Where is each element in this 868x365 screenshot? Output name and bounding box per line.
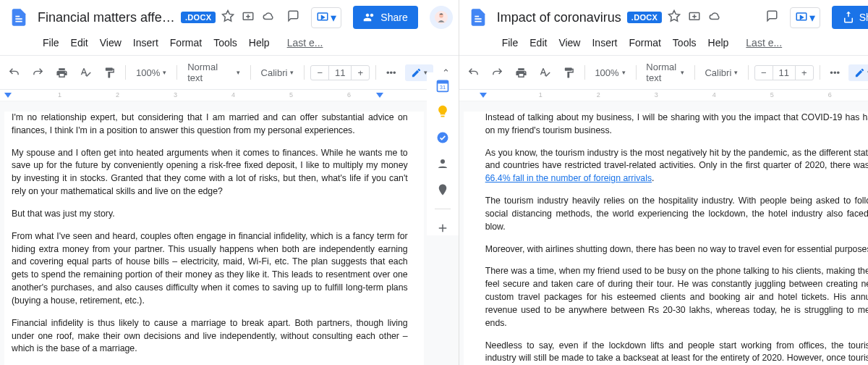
- last-edit-link[interactable]: Last e...: [741, 35, 787, 51]
- print-icon[interactable]: [52, 64, 72, 82]
- docx-badge: .DOCX: [627, 12, 662, 23]
- menu-edit[interactable]: Edit: [66, 35, 93, 51]
- menu-help[interactable]: Help: [244, 35, 275, 51]
- paragraph[interactable]: The tourism industry heavily relies on t…: [485, 195, 868, 233]
- more-icon[interactable]: •••: [825, 65, 844, 80]
- more-icon[interactable]: •••: [382, 65, 401, 80]
- font-size-inc[interactable]: +: [352, 66, 369, 80]
- paragraph[interactable]: There was a time, when my friend used to…: [485, 265, 868, 330]
- document-page[interactable]: I'm no relationship expert, but consider…: [4, 112, 424, 365]
- style-select[interactable]: Normal text▾: [642, 59, 688, 85]
- present-button[interactable]: ▾: [790, 7, 820, 28]
- move-icon[interactable]: [242, 9, 255, 25]
- keep-icon[interactable]: [435, 104, 450, 119]
- paint-format-icon[interactable]: [100, 64, 119, 82]
- svg-rect-5: [437, 80, 448, 83]
- toolbar: 100%▾ Normal text▾ Calibri▾ − 11 + ••• ▾…: [0, 55, 459, 90]
- paragraph[interactable]: Moreover, with airlines shutting down, t…: [485, 243, 868, 256]
- zoom-select[interactable]: 100%▾: [132, 65, 171, 80]
- editing-mode-button[interactable]: ▾: [848, 64, 868, 81]
- font-size-value[interactable]: 11: [329, 66, 352, 80]
- font-size-dec[interactable]: −: [755, 66, 773, 80]
- menu-tools[interactable]: Tools: [668, 35, 702, 51]
- paint-format-icon[interactable]: [559, 64, 579, 82]
- paragraph[interactable]: From what I've seen and heard, couples o…: [12, 230, 408, 308]
- menu-format[interactable]: Format: [165, 35, 207, 51]
- redo-icon[interactable]: [488, 64, 507, 82]
- menu-insert[interactable]: Insert: [587, 35, 622, 51]
- font-size: − 11 +: [310, 65, 370, 80]
- last-edit-link[interactable]: Last e...: [282, 35, 328, 51]
- menubar: File Edit View Insert Format Tools Help …: [0, 35, 459, 55]
- paragraph[interactable]: Financial infidelity is thus likely to c…: [12, 317, 408, 356]
- document-page[interactable]: Instead of talking about my business, I …: [464, 112, 868, 365]
- menu-insert[interactable]: Insert: [128, 35, 163, 51]
- font-select[interactable]: Calibri▾: [257, 65, 299, 80]
- maps-icon[interactable]: [435, 182, 450, 197]
- paragraph[interactable]: Instead of talking about my business, I …: [485, 112, 868, 138]
- side-panel: 31: [427, 72, 459, 235]
- calendar-icon[interactable]: 31: [435, 78, 450, 93]
- font-size-value[interactable]: 11: [773, 66, 796, 80]
- paragraph[interactable]: As you know, the tourism industry is the…: [485, 147, 868, 185]
- stats-link[interactable]: 66.4% fall in the number of foreign arri…: [485, 173, 652, 183]
- undo-icon[interactable]: [464, 64, 483, 82]
- zoom-select[interactable]: 100%▾: [590, 65, 629, 80]
- svg-point-8: [441, 159, 445, 164]
- undo-icon[interactable]: [4, 64, 24, 82]
- menu-view[interactable]: View: [553, 35, 585, 51]
- menu-file[interactable]: File: [38, 35, 64, 51]
- document-area[interactable]: I'm no relationship expert, but consider…: [0, 101, 459, 365]
- menubar: File Edit View Insert Format Tools Help …: [459, 35, 868, 55]
- comment-history-icon[interactable]: [286, 9, 299, 25]
- docs-logo[interactable]: [6, 4, 32, 30]
- spellcheck-icon[interactable]: [76, 64, 95, 82]
- paragraph[interactable]: I'm no relationship expert, but consider…: [12, 112, 408, 138]
- share-button[interactable]: Share: [353, 6, 417, 29]
- font-size-dec[interactable]: −: [311, 66, 329, 80]
- doc-title[interactable]: Financial matters affecti...: [38, 10, 175, 25]
- ruler[interactable]: 1 2 3 4 5 6: [0, 90, 459, 101]
- toolbar: 100%▾ Normal text▾ Calibri▾ − 11 + ••• ▾…: [459, 55, 868, 90]
- print-icon[interactable]: [511, 64, 531, 82]
- comment-history-icon[interactable]: [765, 9, 778, 25]
- svg-text:31: 31: [440, 84, 446, 91]
- share-button[interactable]: Share: [832, 6, 868, 29]
- paragraph[interactable]: But that was just my story.: [12, 208, 408, 221]
- menu-tools[interactable]: Tools: [208, 35, 242, 51]
- docs-logo[interactable]: [465, 4, 491, 30]
- docx-badge: .DOCX: [181, 12, 216, 23]
- menu-format[interactable]: Format: [624, 35, 666, 51]
- menu-file[interactable]: File: [497, 35, 524, 51]
- add-panel-icon[interactable]: [435, 221, 450, 235]
- move-icon[interactable]: [688, 9, 701, 25]
- user-avatar[interactable]: [430, 6, 453, 29]
- cloud-icon[interactable]: [708, 9, 721, 25]
- ruler[interactable]: 1 2 3 4 5 6: [459, 90, 868, 101]
- star-icon[interactable]: [668, 9, 681, 25]
- font-size: − 11 +: [754, 65, 814, 80]
- contacts-icon[interactable]: [435, 156, 450, 171]
- star-icon[interactable]: [221, 9, 234, 25]
- tasks-icon[interactable]: [435, 130, 450, 145]
- font-select[interactable]: Calibri▾: [700, 65, 742, 80]
- menu-help[interactable]: Help: [703, 35, 734, 51]
- font-size-inc[interactable]: +: [796, 66, 813, 80]
- redo-icon[interactable]: [28, 64, 48, 82]
- document-area[interactable]: Instead of talking about my business, I …: [459, 101, 868, 365]
- menu-view[interactable]: View: [95, 35, 127, 51]
- doc-title[interactable]: Impact of coronavirus: [497, 10, 621, 25]
- present-button[interactable]: ▾: [311, 7, 341, 28]
- paragraph[interactable]: Needless to say, even if the lockdown li…: [485, 340, 868, 365]
- menu-edit[interactable]: Edit: [524, 35, 552, 51]
- spellcheck-icon[interactable]: [535, 64, 555, 82]
- svg-point-7: [437, 133, 448, 143]
- cloud-icon[interactable]: [262, 9, 275, 25]
- paragraph[interactable]: My spouse and I often get into heated ar…: [12, 147, 408, 198]
- style-select[interactable]: Normal text▾: [183, 59, 244, 85]
